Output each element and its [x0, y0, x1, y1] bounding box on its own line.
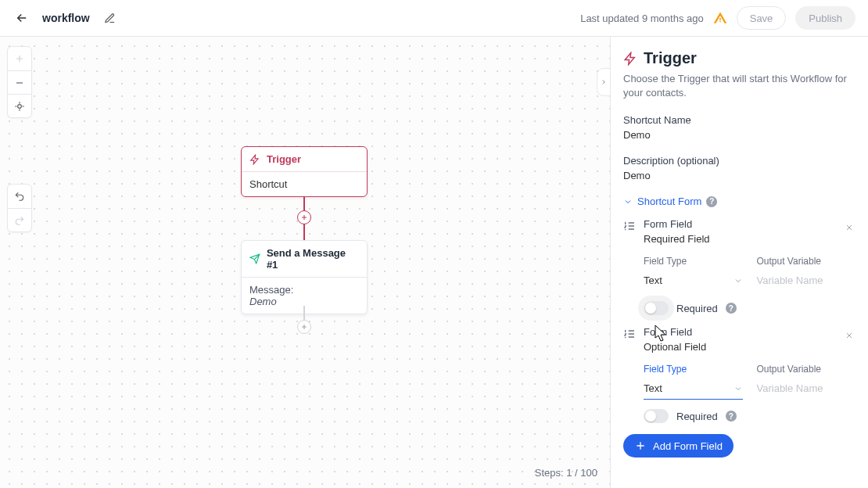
zoom-out-button[interactable] — [8, 70, 31, 94]
crosshair-icon — [14, 101, 25, 112]
field-type-value-1: Text — [644, 274, 662, 286]
form-field-1-title: Form Field — [644, 218, 855, 230]
plus-icon — [14, 53, 25, 64]
shortcut-form-section-toggle[interactable]: Shortcut Form ? — [623, 196, 855, 207]
form-field-1: Form Field Required Field Field Type Tex… — [623, 218, 855, 315]
bolt-icon — [249, 154, 260, 165]
required-label-2: Required — [676, 411, 718, 422]
remove-field-1-button[interactable] — [843, 221, 855, 234]
canvas-toolbar-zoom — [7, 46, 32, 118]
collapse-panel-button[interactable] — [597, 68, 610, 96]
list-ordered-icon — [623, 328, 636, 340]
side-panel: Trigger Choose the Trigger that will sta… — [610, 37, 868, 488]
field-type-select-1[interactable]: Text — [644, 271, 743, 292]
add-form-field-button[interactable]: Add Form Field — [623, 434, 733, 458]
main: Trigger Shortcut Send a Message #1 Messa… — [0, 37, 868, 488]
redo-button[interactable] — [8, 208, 31, 231]
help-icon[interactable]: ? — [726, 303, 737, 314]
field-type-value-2: Text — [644, 382, 662, 394]
output-var-label-1: Output Variable — [757, 256, 856, 267]
redo-icon — [14, 215, 25, 226]
undo-button[interactable] — [8, 185, 31, 208]
add-node-after-trigger[interactable] — [297, 210, 311, 224]
form-field-1-sub: Required Field — [644, 233, 855, 245]
node-send-message-header: Send a Message #1 — [242, 241, 367, 278]
add-field-label: Add Form Field — [653, 440, 723, 452]
canvas[interactable]: Trigger Shortcut Send a Message #1 Messa… — [0, 37, 610, 488]
node-msg-value: Demo — [249, 296, 277, 307]
panel-subtitle: Choose the Trigger that will start this … — [623, 72, 855, 100]
output-var-input-1[interactable]: Variable Name — [757, 271, 856, 291]
undo-icon — [14, 191, 25, 202]
add-node-after-msg[interactable] — [297, 320, 311, 334]
zoom-in-button[interactable] — [8, 47, 31, 70]
app-header: workflow Last updated 9 months ago Save … — [0, 0, 868, 37]
connector-msg-end — [303, 306, 305, 320]
node-trigger-title: Trigger — [267, 153, 301, 165]
panel-title: Trigger — [623, 49, 855, 67]
publish-button[interactable]: Publish — [795, 6, 855, 30]
plus-icon — [300, 214, 308, 221]
output-var-input-2[interactable]: Variable Name — [757, 379, 856, 399]
send-icon — [249, 253, 260, 264]
node-send-message[interactable]: Send a Message #1 Message: Demo — [241, 240, 368, 314]
node-trigger-body: Shortcut — [242, 172, 367, 196]
description-value[interactable]: Demo — [623, 170, 855, 181]
chevron-right-icon — [600, 78, 608, 86]
field-type-label-1: Field Type — [644, 256, 743, 267]
close-icon — [845, 223, 854, 232]
plus-icon — [300, 323, 308, 331]
close-icon — [845, 331, 854, 340]
chevron-down-icon — [733, 276, 743, 285]
svg-point-0 — [18, 104, 22, 108]
arrow-left-icon — [15, 11, 29, 25]
minus-icon — [14, 77, 25, 88]
help-icon[interactable]: ? — [726, 411, 737, 422]
shortcut-name-label: Shortcut Name — [623, 114, 855, 126]
save-button[interactable]: Save — [737, 6, 787, 30]
chevron-down-icon — [733, 384, 743, 393]
section-title: Shortcut Form — [637, 196, 701, 207]
field-type-label-2: Field Type — [644, 364, 743, 375]
canvas-toolbar-history — [7, 184, 32, 232]
panel-title-text: Trigger — [644, 49, 697, 67]
description-label: Description (optional) — [623, 155, 855, 167]
form-field-2-sub: Optional Field — [644, 341, 855, 353]
output-var-label-2: Output Variable — [757, 364, 856, 375]
workflow-title: workflow — [42, 12, 90, 24]
header-left: workflow — [13, 9, 120, 27]
form-field-2-title: Form Field — [644, 326, 855, 338]
plus-icon — [634, 440, 647, 452]
back-button[interactable] — [13, 9, 31, 27]
node-send-message-title: Send a Message #1 — [267, 247, 359, 271]
last-updated-label: Last updated 9 months ago — [580, 13, 704, 24]
form-field-2: Form Field Optional Field Field Type Tex… — [623, 326, 855, 423]
required-label-1: Required — [676, 303, 718, 314]
chevron-down-icon — [623, 197, 633, 206]
steps-counter: Steps: 1 / 100 — [535, 467, 597, 479]
bolt-icon — [623, 52, 637, 66]
help-icon[interactable]: ? — [706, 196, 717, 207]
node-msg-label: Message: — [249, 284, 293, 296]
pencil-icon — [104, 13, 116, 24]
remove-field-2-button[interactable] — [843, 329, 855, 342]
field-type-select-2[interactable]: Text — [644, 379, 743, 400]
fit-view-button[interactable] — [8, 94, 31, 117]
list-ordered-icon — [623, 220, 636, 232]
required-toggle-2[interactable] — [644, 409, 669, 423]
shortcut-name-value[interactable]: Demo — [623, 129, 855, 141]
node-trigger[interactable]: Trigger Shortcut — [241, 146, 368, 197]
required-toggle-1[interactable] — [644, 301, 669, 315]
edit-title-button[interactable] — [101, 9, 120, 27]
header-right: Last updated 9 months ago Save Publish — [580, 6, 855, 30]
node-trigger-header: Trigger — [242, 147, 367, 172]
warning-icon — [713, 11, 727, 25]
